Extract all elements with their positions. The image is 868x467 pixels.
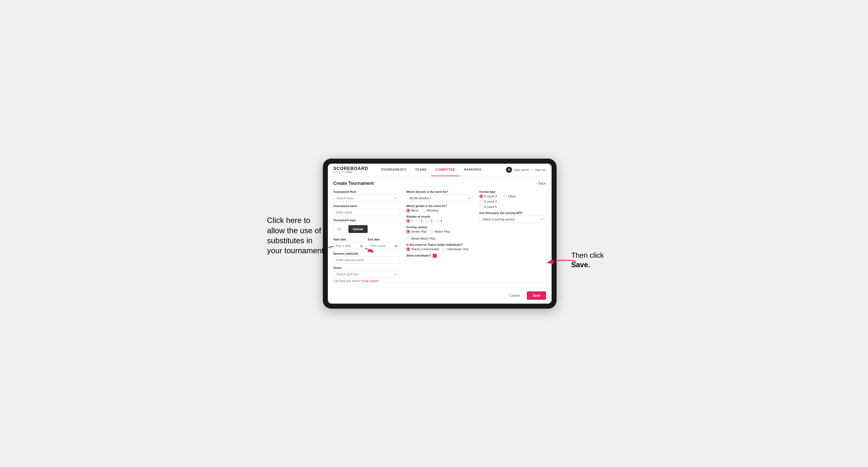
rounds-4-label: 4 — [440, 219, 442, 223]
scoring-stroke[interactable]: Stroke Play — [406, 230, 427, 234]
substitutes-group: Allow substitutes? ✓ — [406, 254, 473, 258]
rounds-2-radio[interactable] — [416, 219, 420, 223]
format-6count4-label: 6 count 4 — [484, 200, 497, 203]
gender-womens-radio[interactable] — [422, 209, 426, 212]
host-input[interactable] — [333, 194, 400, 202]
format-5count4[interactable]: 5 count 4 — [479, 194, 497, 198]
back-link[interactable]: ‹ Back — [536, 182, 546, 185]
name-label: Tournament name — [333, 205, 400, 208]
nav-committee[interactable]: COMMITTEE — [431, 164, 460, 177]
event-type-group: Is this event for Teams and/or Individua… — [406, 243, 473, 251]
division-group: Which division is the event for? NCAA Di… — [406, 190, 473, 202]
division-select[interactable]: NCAA Division I — [406, 194, 473, 202]
format-6count5-label: 6 count 5 — [484, 205, 497, 209]
sign-out-link[interactable]: Sign out — [535, 168, 546, 172]
tablet-frame: SCOREBOARD Powered by clippd TOURNAMENTS… — [323, 159, 557, 309]
event-type-individuals[interactable]: Individuals Only — [442, 247, 469, 251]
nav-teams[interactable]: TEAMS — [411, 164, 431, 177]
tournament-logo-group: Tournament logo ⊞ Upload — [333, 219, 400, 235]
save-button[interactable]: Save — [527, 291, 546, 300]
rounds-group: Number of rounds 1 2 — [406, 215, 473, 223]
scoring-label: Scoring system — [406, 226, 473, 229]
email-support-link[interactable]: email support — [362, 279, 378, 282]
gender-mens-label: Mens — [411, 209, 418, 212]
name-input[interactable] — [333, 209, 400, 216]
format-5count4-radio[interactable] — [479, 194, 483, 198]
event-type-individuals-radio[interactable] — [442, 247, 446, 251]
scoring-match[interactable]: Match Play — [430, 230, 450, 234]
navbar: SCOREBOARD Powered by clippd TOURNAMENTS… — [328, 164, 552, 177]
rounds-1-label: 1 — [411, 219, 413, 223]
user-avatar: B — [506, 167, 512, 173]
logo-upload-area: ⊞ Upload — [333, 223, 400, 235]
format-type-label: Format type — [479, 190, 546, 193]
nav-items: TOURNAMENTS TEAMS COMMITTEE RANKINGS — [376, 164, 506, 177]
scoring-api-group: Use third-party live scoring API? Select… — [479, 212, 546, 223]
format-6count4[interactable]: 6 count 4 — [479, 200, 546, 204]
scoring-stroke-label: Stroke Play — [411, 230, 427, 233]
rounds-label: Number of rounds — [406, 215, 473, 218]
upload-button[interactable]: Upload — [348, 225, 368, 233]
rounds-3-radio[interactable] — [426, 219, 429, 223]
scoring-api-label: Use third-party live scoring API? — [479, 212, 546, 215]
format-5count4-label: 5 count 4 — [484, 194, 497, 198]
nav-right: B blair admin | Sign out — [506, 167, 546, 173]
event-type-teams-radio[interactable] — [406, 247, 410, 251]
rounds-2[interactable]: 2 — [416, 219, 423, 223]
end-date-wrapper: ▦ — [368, 242, 400, 249]
logo-placeholder-icon: ⊞ — [333, 223, 346, 235]
rounds-4-radio[interactable] — [436, 219, 439, 223]
scoring-medal[interactable]: Medal Match Play — [406, 237, 435, 241]
gender-womens-label: Womens — [427, 209, 439, 212]
rounds-3[interactable]: 3 — [426, 219, 432, 223]
format-other-radio[interactable] — [503, 194, 507, 198]
scoring-match-radio[interactable] — [430, 230, 434, 234]
rounds-1-radio[interactable] — [406, 219, 410, 223]
nav-tournaments[interactable]: TOURNAMENTS — [376, 164, 411, 177]
rounds-3-label: 3 — [431, 219, 432, 223]
scoring-radio-group: Stroke Play Match Play Medal Match Play — [406, 230, 473, 241]
cancel-button[interactable]: Cancel — [505, 291, 524, 300]
rounds-1[interactable]: 1 — [406, 219, 413, 223]
scoring-stroke-radio[interactable] — [406, 230, 410, 234]
gender-mens[interactable]: Mens — [406, 209, 418, 212]
start-date-wrapper: ▦ — [333, 242, 365, 249]
logo-area: SCOREBOARD Powered by clippd — [333, 166, 368, 173]
venue-input[interactable] — [333, 271, 400, 278]
nav-separator: | — [531, 168, 532, 172]
format-6count5-radio[interactable] — [479, 205, 483, 209]
substitutes-checkbox[interactable]: ✓ — [433, 254, 437, 258]
nav-rankings[interactable]: RANKINGS — [460, 164, 486, 177]
event-type-teams-label: Teams (+Individuals) — [411, 247, 439, 251]
event-type-individuals-label: Individuals Only — [447, 247, 469, 251]
page-content: Create Tournament ‹ Back Tournament Host — [328, 177, 552, 287]
logo-powered-by: Powered by clippd — [333, 171, 368, 173]
end-calendar-icon: ▦ — [395, 244, 397, 247]
middle-form-section: Which division is the event for? NCAA Di… — [406, 190, 473, 282]
gender-womens[interactable]: Womens — [422, 209, 439, 212]
substitutes-checkbox-item: Allow substitutes? ✓ — [406, 254, 473, 258]
gender-mens-radio[interactable] — [406, 209, 410, 212]
scoring-api-select-wrapper: Select a scoring service — [479, 216, 546, 223]
format-options: 5 count 4 Other 6 count 4 — [479, 194, 546, 209]
page-title: Create Tournament — [333, 181, 374, 186]
format-6count4-radio[interactable] — [479, 200, 483, 204]
right-form-section: Format type 5 count 4 Other — [479, 190, 546, 282]
scoring-match-label: Match Play — [435, 230, 450, 233]
event-type-radio-group: Teams (+Individuals) Individuals Only — [406, 247, 473, 251]
event-type-label: Is this event for Teams and/or Individua… — [406, 243, 473, 246]
format-other[interactable]: Other — [503, 194, 516, 198]
substitutes-label: Allow substitutes? — [406, 254, 431, 257]
gender-radio-group: Mens Womens — [406, 209, 473, 212]
rounds-radio-group: 1 2 3 — [406, 219, 473, 223]
footer-divider — [328, 282, 552, 283]
scoring-api-select[interactable]: Select a scoring service — [479, 216, 546, 223]
annotation-left-text: Click here to allow the use of substitut… — [267, 215, 329, 256]
format-6count5[interactable]: 6 count 5 — [479, 205, 546, 209]
host-label: Tournament Host — [333, 190, 400, 193]
rounds-4[interactable]: 4 — [436, 219, 442, 223]
form-footer: Cancel Save — [328, 287, 552, 304]
user-name: blair admin — [514, 168, 529, 172]
event-type-teams[interactable]: Teams (+Individuals) — [406, 247, 439, 251]
scoring-medal-radio[interactable] — [406, 237, 410, 241]
